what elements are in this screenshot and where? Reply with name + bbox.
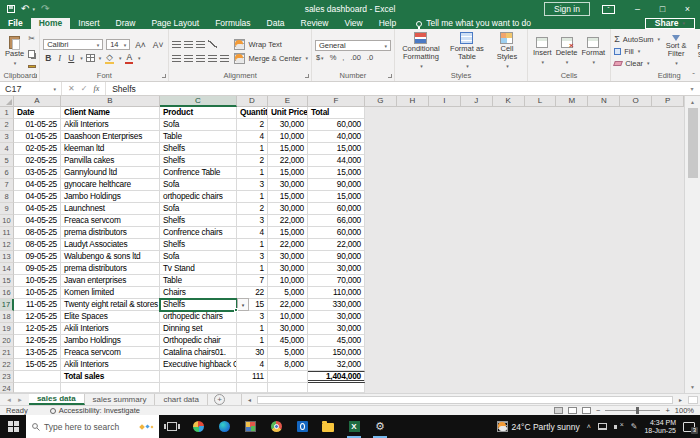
empty-cells-area[interactable] <box>365 143 684 155</box>
cell-E15[interactable]: 10,000 <box>268 275 308 287</box>
column-header-H[interactable]: H <box>397 96 429 107</box>
cell-F20[interactable]: 45,000 <box>308 335 365 347</box>
speaker-muted-icon[interactable] <box>614 423 624 431</box>
column-header-N[interactable]: N <box>588 96 620 107</box>
row-header-1[interactable]: 1 <box>0 107 14 119</box>
cell-F10[interactable]: 66,000 <box>308 215 365 227</box>
row-header-6[interactable]: 6 <box>0 167 14 179</box>
cell-D13[interactable]: 3 <box>237 251 268 263</box>
cell-A18[interactable]: 12-05-25 <box>14 311 61 323</box>
cell-B21[interactable]: Freaca servcom <box>61 347 160 359</box>
cell-C16[interactable]: Chairs <box>160 287 237 299</box>
cell-B15[interactable]: Javan enterprises <box>61 275 160 287</box>
increase-font-icon[interactable]: A˄ <box>133 40 148 50</box>
cell-D19[interactable]: 1 <box>237 323 268 335</box>
cell-F1[interactable]: Total <box>308 107 365 119</box>
zoom-in-icon[interactable]: + <box>665 406 669 415</box>
row-header-9[interactable]: 9 <box>0 203 14 215</box>
cell-C23[interactable] <box>160 371 237 383</box>
cell-C24[interactable] <box>160 383 237 393</box>
cell-F23[interactable]: 1,404,000 <box>308 371 365 383</box>
cell-F9[interactable]: 60,000 <box>308 203 365 215</box>
zoom-level[interactable]: 100% <box>675 406 694 415</box>
cell-D15[interactable]: 7 <box>237 275 268 287</box>
row-header-14[interactable]: 14 <box>0 263 14 275</box>
row-header-4[interactable]: 4 <box>0 143 14 155</box>
scroll-left-icon[interactable]: ◄ <box>244 397 255 403</box>
format-painter-icon[interactable] <box>28 65 36 68</box>
normal-view-icon[interactable] <box>554 407 563 414</box>
cell-B11[interactable]: prema distributors <box>61 227 160 239</box>
decrease-decimal-icon[interactable]: .0 <box>367 53 373 62</box>
cell-B4[interactable]: kleeman ltd <box>61 143 160 155</box>
cell-B17[interactable]: Twenty eight retail & stores <box>61 299 160 311</box>
empty-cells-area[interactable] <box>365 347 684 359</box>
cell-F8[interactable]: 15,000 <box>308 191 365 203</box>
cell-A4[interactable]: 02-05-25 <box>14 143 61 155</box>
cell-A24[interactable] <box>14 383 61 393</box>
row-header-8[interactable]: 8 <box>0 191 14 203</box>
find-select-button[interactable]: Find & Select ▾ <box>692 34 700 69</box>
zoom-slider[interactable] <box>605 410 660 411</box>
undo-button[interactable]: ↶ <box>21 4 29 14</box>
cell-A20[interactable]: 12-05-25 <box>14 335 61 347</box>
bold-button[interactable]: B <box>43 53 53 63</box>
cell-B22[interactable]: Akili Interiors <box>61 359 160 371</box>
insert-cells-button[interactable]: Insert ▾ <box>531 36 554 67</box>
cell-D12[interactable]: 1 <box>237 239 268 251</box>
cell-F18[interactable]: 30,000 <box>308 311 365 323</box>
cell-A5[interactable]: 02-05-25 <box>14 155 61 167</box>
app-icon-outlook[interactable] <box>289 415 315 438</box>
cell-D5[interactable]: 2 <box>237 155 268 167</box>
cell-C21[interactable]: Catalina chairs01. <box>160 347 237 359</box>
cell-A13[interactable]: 09-05-25 <box>14 251 61 263</box>
format-cells-button[interactable]: Format ▾ <box>579 36 607 67</box>
row-header-18[interactable]: 18 <box>0 311 14 323</box>
row-header-11[interactable]: 11 <box>0 227 14 239</box>
comma-format-button[interactable]: , <box>342 53 344 62</box>
percent-format-button[interactable]: % <box>330 53 337 62</box>
page-layout-view-icon[interactable] <box>568 407 577 414</box>
italic-button[interactable]: I <box>56 53 63 63</box>
cell-D21[interactable]: 30 <box>237 347 268 359</box>
cell-C22[interactable]: Executive highback C <box>160 359 237 371</box>
cell-E11[interactable]: 15,000 <box>268 227 308 239</box>
scroll-down-icon[interactable]: ▼ <box>685 381 700 393</box>
sheet-nav-left-icon[interactable]: ◄ <box>6 397 12 403</box>
cell-A1[interactable]: Date <box>14 107 61 119</box>
cell-C11[interactable]: Confrence chairs <box>160 227 237 239</box>
tab-home[interactable]: Home <box>31 18 71 29</box>
column-header-K[interactable]: K <box>493 96 525 107</box>
start-button[interactable] <box>0 415 26 438</box>
cell-C14[interactable]: Tv Stand <box>160 263 237 275</box>
cell-D1[interactable]: Quantit <box>237 107 268 119</box>
empty-cells-area[interactable] <box>365 383 684 393</box>
cell-B18[interactable]: Elite Spaces <box>61 311 160 323</box>
cell-A12[interactable]: 08-05-25 <box>14 239 61 251</box>
row-header-24[interactable]: 24 <box>0 383 14 393</box>
cell-E6[interactable]: 15,000 <box>268 167 308 179</box>
align-right-icon[interactable] <box>196 55 205 62</box>
cell-A15[interactable]: 10-05-25 <box>14 275 61 287</box>
empty-cells-area[interactable] <box>365 239 684 251</box>
empty-cells-area[interactable] <box>365 179 684 191</box>
currency-format-button[interactable]: $▾ <box>316 53 324 62</box>
cell-C10[interactable]: Shelfs <box>160 215 237 227</box>
cell-C5[interactable]: Shelfs <box>160 155 237 167</box>
cell-E7[interactable]: 30,000 <box>268 179 308 191</box>
app-icon-settings[interactable]: ⚙ <box>367 415 393 438</box>
align-middle-icon[interactable] <box>184 41 193 48</box>
cell-D24[interactable] <box>237 383 268 393</box>
cell-D6[interactable]: 1 <box>237 167 268 179</box>
cell-F17[interactable]: 330,000 <box>308 299 365 311</box>
empty-cells-area[interactable] <box>365 119 684 131</box>
cell-F24[interactable] <box>308 383 365 393</box>
page-break-view-icon[interactable] <box>582 407 591 414</box>
row-header-3[interactable]: 3 <box>0 131 14 143</box>
row-header-7[interactable]: 7 <box>0 179 14 191</box>
empty-cells-area[interactable] <box>365 191 684 203</box>
scroll-up-icon[interactable]: ▲ <box>685 96 700 108</box>
cut-icon[interactable]: ✂ <box>28 34 36 43</box>
cell-E5[interactable]: 22,000 <box>268 155 308 167</box>
cell-A9[interactable]: 04-05-25 <box>14 203 61 215</box>
